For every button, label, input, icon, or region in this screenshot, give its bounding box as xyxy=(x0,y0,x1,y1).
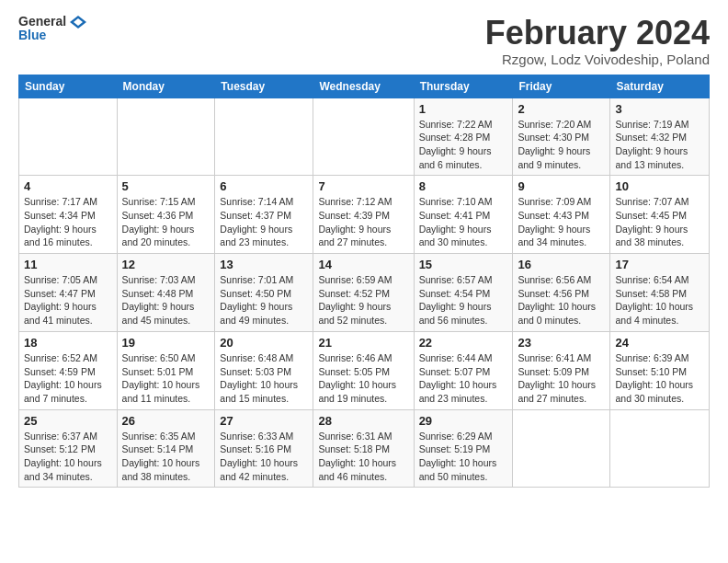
calendar-week-3: 11Sunrise: 7:05 AM Sunset: 4:47 PM Dayli… xyxy=(19,254,710,332)
calendar-cell xyxy=(19,98,118,176)
logo: General Blue xyxy=(18,15,86,43)
logo-text: General Blue xyxy=(18,15,86,43)
calendar-cell xyxy=(513,409,610,488)
day-info: Sunrise: 7:20 AM Sunset: 4:30 PM Dayligh… xyxy=(518,118,605,172)
day-info: Sunrise: 6:41 AM Sunset: 5:09 PM Dayligh… xyxy=(518,351,605,406)
calendar-cell: 15Sunrise: 6:57 AM Sunset: 4:54 PM Dayli… xyxy=(414,254,513,332)
day-info: Sunrise: 6:56 AM Sunset: 4:56 PM Dayligh… xyxy=(518,273,605,327)
calendar-cell: 3Sunrise: 7:19 AM Sunset: 4:32 PM Daylig… xyxy=(610,98,710,176)
calendar-week-4: 18Sunrise: 6:52 AM Sunset: 4:59 PM Dayli… xyxy=(19,331,710,409)
day-number: 20 xyxy=(220,336,308,350)
day-number: 28 xyxy=(318,414,408,428)
calendar-cell: 28Sunrise: 6:31 AM Sunset: 5:18 PM Dayli… xyxy=(313,409,414,488)
day-info: Sunrise: 7:10 AM Sunset: 4:41 PM Dayligh… xyxy=(419,195,508,249)
calendar-cell: 7Sunrise: 7:12 AM Sunset: 4:39 PM Daylig… xyxy=(313,176,414,254)
day-info: Sunrise: 7:03 AM Sunset: 4:48 PM Dayligh… xyxy=(122,273,210,327)
weekday-thursday: Thursday xyxy=(414,75,513,98)
calendar-cell: 24Sunrise: 6:39 AM Sunset: 5:10 PM Dayli… xyxy=(610,331,710,409)
weekday-saturday: Saturday xyxy=(610,75,710,98)
day-number: 10 xyxy=(615,179,704,193)
calendar-cell: 25Sunrise: 6:37 AM Sunset: 5:12 PM Dayli… xyxy=(19,409,118,488)
calendar-body: 1Sunrise: 7:22 AM Sunset: 4:28 PM Daylig… xyxy=(19,98,710,488)
day-info: Sunrise: 7:15 AM Sunset: 4:36 PM Dayligh… xyxy=(122,195,210,249)
day-number: 17 xyxy=(615,258,704,271)
weekday-monday: Monday xyxy=(117,75,215,98)
day-number: 8 xyxy=(419,179,508,193)
calendar-cell: 4Sunrise: 7:17 AM Sunset: 4:34 PM Daylig… xyxy=(19,176,118,254)
calendar-cell: 5Sunrise: 7:15 AM Sunset: 4:36 PM Daylig… xyxy=(117,176,215,254)
calendar-week-1: 1Sunrise: 7:22 AM Sunset: 4:28 PM Daylig… xyxy=(19,98,710,176)
day-number: 19 xyxy=(122,336,210,350)
day-number: 5 xyxy=(122,179,210,193)
location-subtitle: Rzgow, Lodz Voivodeship, Poland xyxy=(485,52,710,67)
calendar-cell: 21Sunrise: 6:46 AM Sunset: 5:05 PM Dayli… xyxy=(313,331,414,409)
day-info: Sunrise: 6:46 AM Sunset: 5:05 PM Dayligh… xyxy=(318,351,408,406)
day-info: Sunrise: 7:05 AM Sunset: 4:47 PM Dayligh… xyxy=(24,273,112,327)
day-number: 13 xyxy=(220,258,308,271)
title-block: February 2024 Rzgow, Lodz Voivodeship, P… xyxy=(485,15,710,67)
calendar-table: SundayMondayTuesdayWednesdayThursdayFrid… xyxy=(18,75,710,488)
day-number: 18 xyxy=(24,336,112,350)
calendar-cell: 8Sunrise: 7:10 AM Sunset: 4:41 PM Daylig… xyxy=(414,176,513,254)
day-number: 22 xyxy=(419,336,508,350)
day-info: Sunrise: 6:33 AM Sunset: 5:16 PM Dayligh… xyxy=(220,430,308,484)
calendar-cell xyxy=(117,98,215,176)
day-number: 2 xyxy=(518,102,605,116)
calendar-week-5: 25Sunrise: 6:37 AM Sunset: 5:12 PM Dayli… xyxy=(19,409,710,488)
day-info: Sunrise: 6:29 AM Sunset: 5:19 PM Dayligh… xyxy=(419,430,508,484)
day-number: 26 xyxy=(122,414,210,428)
day-info: Sunrise: 7:01 AM Sunset: 4:50 PM Dayligh… xyxy=(220,273,308,327)
calendar-cell: 27Sunrise: 6:33 AM Sunset: 5:16 PM Dayli… xyxy=(215,409,313,488)
calendar-cell: 18Sunrise: 6:52 AM Sunset: 4:59 PM Dayli… xyxy=(19,331,118,409)
weekday-sunday: Sunday xyxy=(19,75,118,98)
day-number: 24 xyxy=(615,336,704,350)
day-number: 9 xyxy=(518,179,605,193)
calendar-cell: 23Sunrise: 6:41 AM Sunset: 5:09 PM Dayli… xyxy=(513,331,610,409)
day-info: Sunrise: 6:59 AM Sunset: 4:52 PM Dayligh… xyxy=(318,273,408,327)
day-number: 21 xyxy=(318,336,408,350)
day-info: Sunrise: 6:54 AM Sunset: 4:58 PM Dayligh… xyxy=(615,273,704,327)
day-number: 11 xyxy=(24,258,112,271)
calendar-cell: 2Sunrise: 7:20 AM Sunset: 4:30 PM Daylig… xyxy=(513,98,610,176)
day-number: 6 xyxy=(220,179,308,193)
day-number: 1 xyxy=(419,102,508,116)
page-header: General Blue February 2024 Rzgow, Lodz V… xyxy=(18,15,710,67)
day-info: Sunrise: 6:48 AM Sunset: 5:03 PM Dayligh… xyxy=(220,351,308,406)
calendar-cell: 22Sunrise: 6:44 AM Sunset: 5:07 PM Dayli… xyxy=(414,331,513,409)
day-info: Sunrise: 6:50 AM Sunset: 5:01 PM Dayligh… xyxy=(122,351,210,406)
day-number: 27 xyxy=(220,414,308,428)
day-number: 12 xyxy=(122,258,210,271)
day-info: Sunrise: 7:19 AM Sunset: 4:32 PM Dayligh… xyxy=(615,118,704,172)
calendar-cell: 20Sunrise: 6:48 AM Sunset: 5:03 PM Dayli… xyxy=(215,331,313,409)
day-info: Sunrise: 6:35 AM Sunset: 5:14 PM Dayligh… xyxy=(122,430,210,484)
day-info: Sunrise: 6:37 AM Sunset: 5:12 PM Dayligh… xyxy=(24,430,112,484)
calendar-cell xyxy=(313,98,414,176)
day-number: 23 xyxy=(518,336,605,350)
calendar-cell: 17Sunrise: 6:54 AM Sunset: 4:58 PM Dayli… xyxy=(610,254,710,332)
day-info: Sunrise: 6:57 AM Sunset: 4:54 PM Dayligh… xyxy=(419,273,508,327)
day-info: Sunrise: 7:09 AM Sunset: 4:43 PM Dayligh… xyxy=(518,195,605,249)
day-number: 25 xyxy=(24,414,112,428)
day-info: Sunrise: 6:52 AM Sunset: 4:59 PM Dayligh… xyxy=(24,351,112,406)
day-number: 15 xyxy=(419,258,508,271)
day-number: 3 xyxy=(615,102,704,116)
calendar-cell: 1Sunrise: 7:22 AM Sunset: 4:28 PM Daylig… xyxy=(414,98,513,176)
day-info: Sunrise: 7:22 AM Sunset: 4:28 PM Dayligh… xyxy=(419,118,508,172)
calendar-cell: 12Sunrise: 7:03 AM Sunset: 4:48 PM Dayli… xyxy=(117,254,215,332)
day-info: Sunrise: 6:39 AM Sunset: 5:10 PM Dayligh… xyxy=(615,351,704,406)
day-number: 7 xyxy=(318,179,408,193)
day-info: Sunrise: 7:14 AM Sunset: 4:37 PM Dayligh… xyxy=(220,195,308,249)
calendar-cell: 6Sunrise: 7:14 AM Sunset: 4:37 PM Daylig… xyxy=(215,176,313,254)
day-number: 16 xyxy=(518,258,605,271)
calendar-cell: 19Sunrise: 6:50 AM Sunset: 5:01 PM Dayli… xyxy=(117,331,215,409)
calendar-cell: 11Sunrise: 7:05 AM Sunset: 4:47 PM Dayli… xyxy=(19,254,118,332)
calendar-cell: 9Sunrise: 7:09 AM Sunset: 4:43 PM Daylig… xyxy=(513,176,610,254)
calendar-cell: 29Sunrise: 6:29 AM Sunset: 5:19 PM Dayli… xyxy=(414,409,513,488)
weekday-wednesday: Wednesday xyxy=(313,75,414,98)
calendar-cell: 16Sunrise: 6:56 AM Sunset: 4:56 PM Dayli… xyxy=(513,254,610,332)
day-number: 4 xyxy=(24,179,112,193)
calendar-week-2: 4Sunrise: 7:17 AM Sunset: 4:34 PM Daylig… xyxy=(19,176,710,254)
day-number: 29 xyxy=(419,414,508,428)
weekday-header-row: SundayMondayTuesdayWednesdayThursdayFrid… xyxy=(19,75,710,98)
calendar-cell xyxy=(610,409,710,488)
